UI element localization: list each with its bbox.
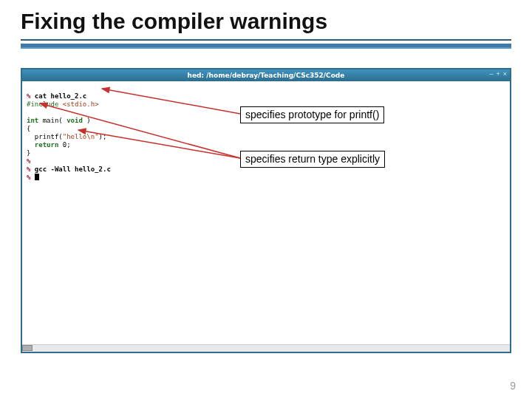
window-close-icon[interactable]: × [503,71,507,78]
annotation-printf-prototype: specifies prototype for printf() [240,106,384,123]
window-min-icon[interactable]: – [489,71,493,78]
include-directive: #include [27,100,63,108]
kw-int: int [27,117,38,124]
prompt-3: % [27,166,35,173]
kw-void: void [66,117,83,124]
return-val: 0; [58,141,70,149]
brace-open: { [27,125,30,132]
prompt-4: % [27,174,35,181]
scrollbar-thumb[interactable] [22,345,33,351]
horizontal-scrollbar[interactable] [22,344,510,352]
kw-return: return [35,141,59,149]
page-number: 9 [510,380,516,392]
brace-close: } [27,149,30,157]
cmd-cat: cat hello_2.c [35,92,86,100]
include-header: <stdio.h> [63,100,99,108]
return-indent [27,141,35,149]
printf-call-b: ); [99,133,107,140]
prompt-2: % [27,157,30,165]
cmd-gcc: gcc -Wall hello_2.c [35,166,111,173]
main-close: ) [83,117,91,124]
prompt: % [27,92,35,100]
slide-title: Fixing the compiler warnings [21,9,327,34]
window-titlebar: hed: /home/debray/Teaching/CSc352/Code –… [22,69,510,81]
title-underline [21,39,511,50]
string-literal: "hello\n" [63,133,99,140]
window-title: hed: /home/debray/Teaching/CSc352/Code [188,72,345,79]
cursor [35,174,39,180]
printf-call-a: printf( [27,133,63,140]
main-open: main( [38,117,66,124]
annotation-return-type: specifies return type explicitly [240,151,385,168]
window-max-icon[interactable]: + [496,71,499,78]
